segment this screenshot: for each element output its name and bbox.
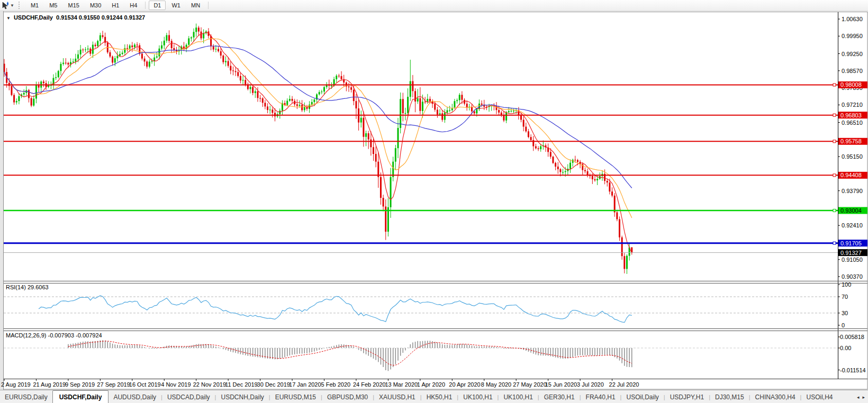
toolbar-grip[interactable] [19, 2, 22, 9]
tab-scroll-right-icon[interactable]: ▸ [861, 393, 866, 401]
svg-text:8 May 2020: 8 May 2020 [481, 381, 511, 388]
chart-tab-usdjpy-h1[interactable]: USDJPY,H1 [665, 390, 709, 403]
cursor-icon [2, 2, 9, 10]
svg-text:0.96510: 0.96510 [842, 120, 863, 126]
svg-text:20 Apr 2020: 20 Apr 2020 [449, 381, 480, 388]
trading-platform-window: ▼ M1M5M15M30H1H4D1W1MN 1.006300.999500.9… [0, 0, 868, 403]
tab-scroll-left-icon[interactable]: ◂ [855, 393, 861, 401]
svg-text:16 Oct 2019: 16 Oct 2019 [129, 381, 161, 388]
svg-text:30 Dec 2019: 30 Dec 2019 [257, 381, 290, 388]
svg-text:15 Jun 2020: 15 Jun 2020 [545, 381, 577, 388]
svg-text:1 Apr 2020: 1 Apr 2020 [417, 381, 445, 388]
svg-text:0.97210: 0.97210 [842, 102, 863, 108]
svg-text:11 Dec 2019: 11 Dec 2019 [225, 381, 258, 388]
svg-text:27 Sep 2019: 27 Sep 2019 [97, 381, 130, 388]
chart-tab-audusd-daily[interactable]: AUDUSD,Daily [108, 390, 161, 403]
svg-text:22 Nov 2019: 22 Nov 2019 [193, 381, 226, 388]
svg-text:0.93790: 0.93790 [842, 188, 863, 194]
chart-tab-ger30-h1[interactable]: GER30,H1 [539, 390, 580, 403]
chart-tab-xauusd-h1[interactable]: XAUUSD,H1 [374, 390, 420, 403]
timeframe-button-h4[interactable]: H4 [125, 1, 142, 10]
svg-text:4 Nov 2019: 4 Nov 2019 [161, 381, 191, 388]
toolbar-separator [145, 2, 146, 9]
chart-title: ▼USDCHF,Daily 0.91534 0.91550 0.91244 0.… [6, 14, 145, 21]
svg-text:24 Feb 2020: 24 Feb 2020 [353, 381, 386, 388]
svg-text:0.91705: 0.91705 [840, 240, 862, 246]
chart-tab-uk100-h1[interactable]: UK100,H1 [458, 390, 497, 403]
timeframe-button-mn[interactable]: MN [186, 1, 205, 10]
chart-tab-usdchf-daily[interactable]: USDCHF,Daily [52, 390, 109, 403]
timeframe-button-m1[interactable]: M1 [26, 1, 43, 10]
svg-text:0.96803: 0.96803 [840, 112, 862, 118]
svg-text:0.90370: 0.90370 [842, 273, 863, 280]
svg-text:27 May 2020: 27 May 2020 [513, 381, 547, 388]
chart-symbol-period: USDCHF,Daily [14, 14, 53, 21]
chevron-down-icon: ▼ [10, 3, 14, 8]
rsi-indicator-label: RSI(14) 29.6063 [6, 284, 49, 290]
chart-tab-bar: EURUSD,DailyUSDCHF,DailyAUDUSD,Daily|USD… [0, 390, 868, 403]
chart-tab-gbpusd-m30[interactable]: GBPUSD,M30 [322, 390, 373, 403]
svg-text:0.93004: 0.93004 [840, 207, 862, 214]
tab-scroll-buttons: ◂▸ [855, 390, 868, 403]
chart-frame [0, 11, 867, 403]
chart-tool-button[interactable]: ▼ [0, 1, 16, 10]
timeframe-button-h1[interactable]: H1 [107, 1, 124, 10]
svg-text:0.00: 0.00 [840, 345, 851, 351]
svg-text:0.005818: 0.005818 [840, 334, 864, 340]
svg-text:0.92410: 0.92410 [842, 222, 863, 228]
chart-tab-eurusd-m15[interactable]: EURUSD,M15 [270, 390, 321, 403]
timeframe-button-w1[interactable]: W1 [167, 1, 185, 10]
svg-text:17 Jan 2020: 17 Jan 2020 [289, 381, 321, 388]
toolbar: ▼ M1M5M15M30H1H4D1W1MN [0, 0, 868, 11]
chart-tab-china300-h4[interactable]: CHINA300,H4 [751, 390, 800, 403]
svg-text:0.99250: 0.99250 [842, 51, 863, 57]
svg-text:0.95150: 0.95150 [842, 153, 863, 160]
chart-tab-dj30-m15[interactable]: DJ30,M15 [710, 390, 749, 403]
svg-text:70: 70 [842, 294, 848, 300]
chart-tab-usdcnh-daily[interactable]: USDCNH,Daily [216, 390, 268, 403]
chart-tab-usoil-daily[interactable]: USOil,Daily [621, 390, 663, 403]
svg-text:0.91050: 0.91050 [842, 257, 863, 263]
svg-text:2 Aug 2019: 2 Aug 2019 [1, 381, 31, 388]
svg-text:0.94408: 0.94408 [840, 172, 862, 178]
svg-text:0.99950: 0.99950 [842, 33, 863, 39]
svg-text:1.00630: 1.00630 [842, 16, 863, 22]
svg-text:-0.011514: -0.011514 [840, 367, 866, 373]
timeframe-button-m15[interactable]: M15 [63, 1, 84, 10]
svg-text:0.98008: 0.98008 [840, 81, 862, 88]
svg-text:21 Aug 2019: 21 Aug 2019 [33, 381, 66, 388]
svg-text:0.91327: 0.91327 [840, 250, 862, 256]
toolbar-separator [208, 2, 209, 9]
timeframe-button-m5[interactable]: M5 [44, 1, 62, 10]
svg-text:3 Jul 2020: 3 Jul 2020 [577, 381, 604, 388]
chart-ohlc-values: 0.91534 0.91550 0.91244 0.91327 [56, 14, 145, 21]
svg-text:5 Feb 2020: 5 Feb 2020 [321, 381, 351, 388]
macd-indicator-label: MACD(12,26,9) -0.007903 -0.007924 [6, 332, 102, 338]
timeframe-button-d1[interactable]: D1 [149, 1, 166, 10]
svg-text:13 Mar 2020: 13 Mar 2020 [385, 381, 418, 388]
svg-text:0.95758: 0.95758 [840, 138, 862, 144]
chart-tab-usdcad-daily[interactable]: USDCAD,Daily [162, 390, 215, 403]
timeframe-button-m30[interactable]: M30 [85, 1, 106, 10]
collapse-triangle-icon[interactable]: ▼ [6, 16, 11, 21]
chart-tab-uk100-h1[interactable]: UK100,H1 [499, 390, 537, 403]
chart-tab-usoil-h4[interactable]: USOil,H4 [801, 390, 837, 403]
svg-text:30: 30 [842, 310, 848, 316]
timeframe-buttons: M1M5M15M30H1H4D1W1MN [25, 0, 211, 11]
svg-text:22 Jul 2020: 22 Jul 2020 [609, 381, 639, 388]
svg-text:9 Sep 2019: 9 Sep 2019 [65, 381, 95, 388]
svg-text:100: 100 [842, 281, 851, 288]
chart-tab-hk50-h1[interactable]: HK50,H1 [422, 390, 457, 403]
price-chart-canvas[interactable]: 1.006300.999500.992500.985700.978900.972… [0, 0, 868, 403]
svg-text:0: 0 [842, 322, 845, 328]
chart-tab-fra40-h1[interactable]: FRA40,H1 [581, 390, 620, 403]
svg-text:0.98570: 0.98570 [842, 68, 863, 74]
chart-tab-eurusd-daily[interactable]: EURUSD,Daily [0, 390, 52, 403]
